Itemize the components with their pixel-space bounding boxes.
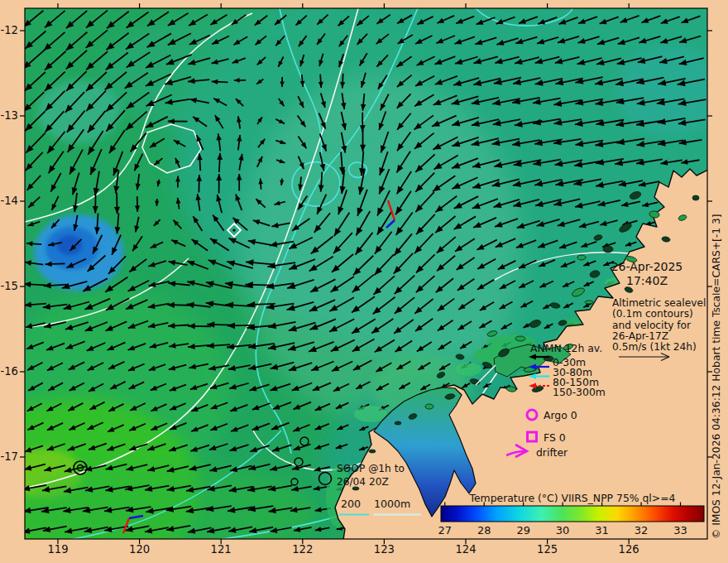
soop-label-line1: SOOP @1h to	[337, 463, 405, 474]
island	[425, 404, 433, 409]
drifter-label: drifter	[536, 446, 568, 459]
x-axis-label: 120	[123, 543, 156, 556]
colorbar-tick-label: 28	[472, 524, 496, 537]
altimetric-note-line: 26-Apr-17Z	[612, 330, 668, 342]
colorbar-tick-label: 32	[629, 524, 654, 537]
soop-label-line2: 26/04 20Z	[337, 476, 389, 488]
map-time: 17:40Z	[592, 274, 702, 287]
colorbar-tick-label: 29	[511, 524, 536, 537]
x-axis-label: 119	[41, 543, 74, 556]
isobath-1000-label: 1000m	[374, 498, 410, 510]
colorbar-title: Temperature (°C) VIIRS_NPP 75% ql>=4	[441, 492, 704, 504]
island	[603, 246, 613, 253]
coastal-shallow-patch	[354, 406, 387, 422]
y-axis-label: -13	[0, 109, 18, 122]
y-axis-label: -15	[0, 280, 18, 292]
argo-label: Argo 0	[544, 409, 577, 421]
imos-oceancurrent-figure: { "axes": { "x_ticks": ["119","120","121…	[0, 0, 728, 563]
island	[369, 450, 376, 453]
map-date: 26-Apr-2025	[592, 260, 702, 273]
x-axis-label: 126	[612, 543, 645, 556]
isobath-200-label: 200	[341, 498, 361, 510]
colorbar-gradient-bar	[441, 506, 704, 522]
colorbar-tick-label: 27	[433, 524, 457, 537]
anmn-depth-label: 150-300m	[553, 386, 606, 398]
coastal-shallow-patch	[455, 363, 481, 376]
colorbar-tick-label: 30	[550, 524, 575, 537]
x-axis-label: 125	[531, 543, 564, 556]
island	[585, 301, 593, 304]
island	[692, 195, 699, 200]
copyright-text: © IMOS 12-Jan-2026 04:36:12 Hobart time …	[711, 7, 722, 539]
island	[577, 255, 586, 260]
x-axis-label: 124	[449, 543, 482, 556]
altimetric-note-line: (0.1m contours)	[612, 308, 693, 320]
colorbar-tick-label: 31	[590, 524, 615, 537]
y-axis-label: -17	[0, 450, 18, 463]
island	[515, 336, 525, 341]
altimetric-note-line: Altimetric sealevel	[612, 297, 706, 309]
altimetric-note-line: 0.5m/s (1kt 24h)	[612, 341, 697, 353]
x-axis-label: 121	[204, 543, 237, 556]
y-axis-label: -16	[0, 365, 18, 378]
altimetric-note-line: and velocity for	[612, 320, 691, 331]
y-axis-label: -14	[0, 195, 18, 207]
glider-center-dot	[232, 229, 235, 231]
fs-label: FS 0	[544, 431, 566, 444]
island	[395, 421, 401, 425]
x-axis-label: 122	[286, 543, 319, 556]
x-axis-label: 123	[367, 543, 400, 556]
y-axis-label: -12	[0, 24, 18, 36]
colorbar-tick-label: 33	[668, 524, 693, 537]
anmn-legend-title: ANMN 12h av.	[530, 342, 602, 354]
